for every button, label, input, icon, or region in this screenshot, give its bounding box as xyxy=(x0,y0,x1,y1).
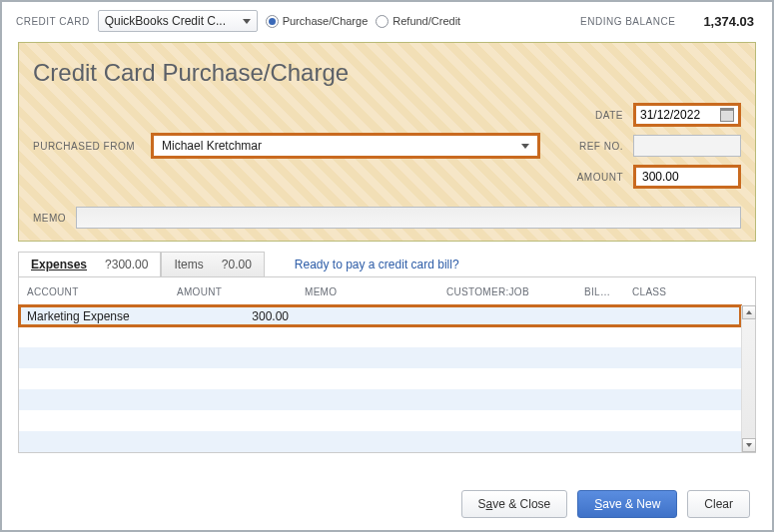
date-row: DATE 31/12/2022 xyxy=(595,103,741,127)
amount-label: AMOUNT xyxy=(577,172,623,183)
save-new-u: S xyxy=(594,497,602,511)
ending-balance-label: ENDING BALANCE xyxy=(580,16,675,27)
tabs-row: Expenses ?300.00 Items ?0.00 Ready to pa… xyxy=(18,252,756,277)
table-body: Marketing Expense300.00 xyxy=(19,305,755,452)
footer-buttons: Save & Close Save & New Clear xyxy=(461,490,750,518)
clear-button[interactable]: Clear xyxy=(687,490,750,518)
th-customer[interactable]: CUSTOMER:JOB xyxy=(438,286,576,297)
table-header-row: ACCOUNT AMOUNT MEMO CUSTOMER:JOB BILLA..… xyxy=(19,277,755,305)
th-memo[interactable]: MEMO xyxy=(297,286,438,297)
top-bar: CREDIT CARD QuickBooks Credit C... Purch… xyxy=(2,2,772,36)
refno-row: REF NO. xyxy=(579,135,741,157)
scrollbar[interactable] xyxy=(741,305,755,452)
save-close-button[interactable]: Save & Close xyxy=(461,490,568,518)
arrow-up-icon xyxy=(746,310,752,314)
credit-card-select-value: QuickBooks Credit C... xyxy=(105,14,226,28)
cell-account[interactable]: Marketing Expense xyxy=(19,309,169,323)
chevron-down-icon xyxy=(521,144,529,149)
ending-balance-value: 1,374.03 xyxy=(703,14,754,29)
app-window: CREDIT CARD QuickBooks Credit C... Purch… xyxy=(0,0,774,532)
cell-amount[interactable]: 300.00 xyxy=(169,309,297,323)
save-close-post: ve & Close xyxy=(492,497,550,511)
th-billable[interactable]: BILLA... xyxy=(576,286,624,297)
memo-row: MEMO xyxy=(33,207,741,229)
ready-to-pay-link[interactable]: Ready to pay a credit card bill? xyxy=(295,258,459,271)
table-row[interactable] xyxy=(19,389,755,410)
table-row[interactable] xyxy=(19,347,755,368)
table-row[interactable]: Marketing Expense300.00 xyxy=(19,305,755,326)
purchase-charge-radio[interactable]: Purchase/Charge xyxy=(266,15,369,28)
memo-input[interactable] xyxy=(76,207,741,229)
expenses-table: ACCOUNT AMOUNT MEMO CUSTOMER:JOB BILLA..… xyxy=(18,276,756,453)
tab-expenses-amount: ?300.00 xyxy=(105,258,148,271)
credit-card-select[interactable]: QuickBooks Credit C... xyxy=(98,10,258,32)
purchased-from-row: PURCHASED FROM Michael Kretchmar DATE 31… xyxy=(33,103,741,189)
table-row[interactable] xyxy=(19,431,755,452)
date-label: DATE xyxy=(595,110,623,121)
save-new-button[interactable]: Save & New xyxy=(577,490,677,518)
tab-items-amount: ?0.00 xyxy=(222,258,252,271)
tab-expenses[interactable]: Expenses ?300.00 xyxy=(18,252,161,277)
right-fields: DATE 31/12/2022 REF NO. AMOUNT 300.00 xyxy=(577,103,741,189)
date-input[interactable]: 31/12/2022 xyxy=(633,103,741,127)
radio-unselected-icon xyxy=(376,15,388,28)
amount-row: AMOUNT 300.00 xyxy=(577,165,741,189)
amount-value: 300.00 xyxy=(642,170,679,184)
date-value: 31/12/2022 xyxy=(640,108,700,122)
th-account[interactable]: ACCOUNT xyxy=(19,286,169,297)
save-new-post: ave & New xyxy=(602,497,660,511)
purchased-from-label: PURCHASED FROM xyxy=(33,141,143,152)
table-row[interactable] xyxy=(19,410,755,431)
arrow-down-icon xyxy=(746,443,752,447)
refno-label: REF NO. xyxy=(579,141,623,152)
chevron-down-icon xyxy=(243,19,251,24)
amount-input[interactable]: 300.00 xyxy=(633,165,741,189)
save-close-pre: S xyxy=(478,497,486,511)
purchased-from-value: Michael Kretchmar xyxy=(162,139,262,153)
radio-selected-icon xyxy=(266,15,279,28)
table-row[interactable] xyxy=(19,326,755,347)
scroll-up-button[interactable] xyxy=(742,305,756,319)
tab-items[interactable]: Items ?0.00 xyxy=(161,252,264,277)
credit-card-label: CREDIT CARD xyxy=(16,16,90,27)
check-panel: Credit Card Purchase/Charge PURCHASED FR… xyxy=(18,42,756,242)
save-close-u: a xyxy=(486,497,493,511)
th-class[interactable]: CLASS xyxy=(624,286,741,297)
purchased-from-select[interactable]: Michael Kretchmar xyxy=(151,133,540,159)
calendar-icon[interactable] xyxy=(720,108,734,122)
table-row[interactable] xyxy=(19,368,755,389)
ending-balance-group: ENDING BALANCE 1,374.03 xyxy=(580,14,758,29)
page-title: Credit Card Purchase/Charge xyxy=(33,59,741,87)
purchase-charge-radio-label: Purchase/Charge xyxy=(283,15,369,27)
tab-expenses-label: Expenses xyxy=(31,258,87,271)
scroll-down-button[interactable] xyxy=(742,438,756,452)
tabs-area: Expenses ?300.00 Items ?0.00 Ready to pa… xyxy=(18,252,756,453)
memo-label: MEMO xyxy=(33,213,66,224)
refno-input[interactable] xyxy=(633,135,741,157)
refund-credit-radio-label: Refund/Credit xyxy=(392,15,460,27)
th-amount[interactable]: AMOUNT xyxy=(169,286,297,297)
tab-items-label: Items xyxy=(174,258,203,271)
refund-credit-radio[interactable]: Refund/Credit xyxy=(376,15,460,28)
